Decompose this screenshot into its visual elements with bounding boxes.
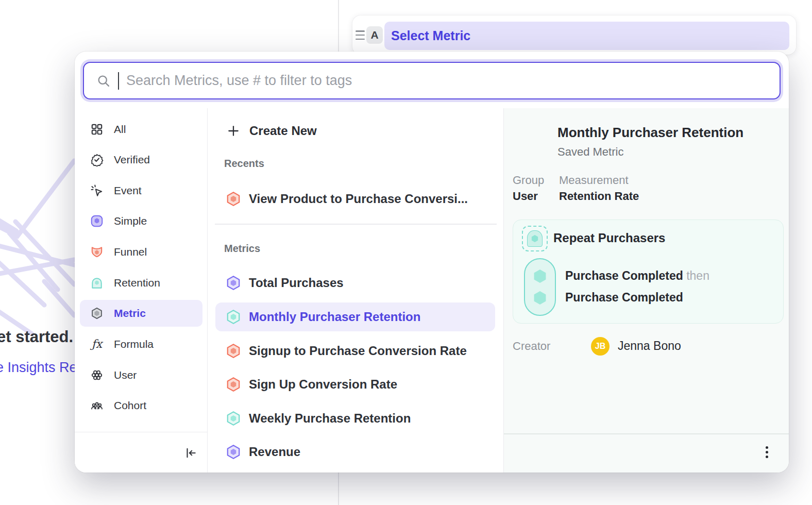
hexagon-icon [226, 276, 241, 290]
plus-icon [227, 124, 240, 138]
metric-definition-card: Repeat Purchasers Purchase Completed the… [513, 220, 784, 324]
metric-detail-type: Saved Metric [557, 145, 623, 159]
metric-list-item[interactable]: Revenue [215, 437, 495, 466]
group-label: Group [513, 174, 544, 187]
sidebar-item-formula[interactable]: ƒx Formula [80, 331, 202, 358]
metric-list-item[interactable]: Weekly Purchase Retention [215, 404, 495, 433]
cohort-people-icon [90, 399, 104, 412]
sidebar-item-retention[interactable]: Retention [80, 270, 202, 296]
dialog-body: All Verified [75, 108, 789, 473]
collapse-panel-icon[interactable] [183, 446, 198, 460]
sidebar-item-simple[interactable]: Simple [80, 208, 202, 234]
creator-label: Creator [513, 340, 550, 353]
select-metric-label: Select Metric [391, 28, 470, 43]
funnel-icon [90, 245, 104, 259]
filter-sidebar: All Verified [75, 108, 208, 473]
measurement-label: Measurement [559, 174, 629, 187]
drag-handle-icon[interactable] [355, 29, 365, 41]
sidebar-footer [75, 432, 207, 473]
sidebar-item-verified[interactable]: Verified [80, 146, 202, 173]
hexagon-icon [226, 344, 241, 358]
sidebar-item-event[interactable]: Event [80, 177, 202, 204]
text-cursor [118, 72, 119, 90]
metrics-section-label: Metrics [224, 243, 260, 255]
detail-footer-divider [504, 433, 789, 434]
metric-list-item[interactable]: Signup to Purchase Conversion Rate [215, 336, 495, 365]
creator-name: Jenna Bono [618, 339, 681, 353]
kebab-menu-icon[interactable] [759, 445, 774, 459]
user-cluster-icon [90, 368, 104, 382]
simple-metric-icon [90, 214, 104, 228]
screen: et started. e Insights Re A Select Metri… [0, 0, 812, 505]
row-label-badge: A [366, 26, 383, 44]
recents-section-label: Recents [224, 158, 264, 170]
background-get-started-text: et started. [0, 328, 73, 346]
hexagon-icon [226, 192, 241, 206]
sequence-step-2: Purchase Completed [565, 291, 683, 305]
metric-detail-panel: Monthly Purchaser Retention Saved Metric… [504, 108, 789, 473]
metric-detail-title: Monthly Purchaser Retention [557, 125, 743, 141]
create-new-button[interactable]: Create New [218, 116, 486, 145]
event-cursor-icon [90, 184, 104, 197]
hexagon-icon [226, 445, 241, 459]
grid-icon [90, 123, 104, 136]
retention-icon [90, 276, 104, 290]
creator-avatar: JB [591, 337, 610, 356]
verified-badge-icon [90, 153, 104, 166]
recent-item[interactable]: View Product to Purchase Conversi... [215, 184, 495, 213]
search-bar [83, 62, 781, 99]
hexagon-icon [226, 411, 241, 426]
definition-card-title: Repeat Purchasers [553, 231, 665, 245]
sequence-step-1: Purchase Completed then [565, 269, 709, 283]
list-divider [215, 224, 497, 225]
sidebar-item-metric[interactable]: Metric [80, 300, 202, 327]
metric-hexagon-icon [90, 307, 104, 320]
hexagon-icon [226, 310, 241, 324]
metric-picker-dialog: All Verified [75, 52, 789, 473]
sidebar-item-cohort[interactable]: Cohort [80, 392, 202, 419]
measurement-value: Retention Rate [559, 190, 639, 203]
background-chart-decoration [0, 155, 77, 350]
search-icon [96, 74, 111, 88]
formula-icon: ƒx [90, 338, 104, 351]
group-value: User [513, 190, 538, 203]
metric-list-column: Create New Recents View Product to Purch… [208, 108, 504, 473]
hexagon-icon [533, 291, 547, 305]
sidebar-item-all[interactable]: All [80, 116, 202, 143]
hexagon-icon [226, 377, 241, 392]
sidebar-item-funnel[interactable]: Funnel [80, 239, 202, 265]
sidebar-item-user[interactable]: User [80, 362, 202, 389]
metric-list-item[interactable]: Sign Up Conversion Rate [215, 370, 495, 399]
select-metric-button[interactable]: Select Metric [384, 22, 789, 50]
retention-definition-icon [522, 226, 548, 251]
search-input[interactable] [126, 73, 767, 89]
event-sequence-capsule [524, 258, 556, 316]
hexagon-icon [533, 270, 547, 283]
metric-list-item[interactable]: Total Purchases [215, 268, 495, 297]
metric-list-item-selected[interactable]: Monthly Purchaser Retention [215, 302, 495, 331]
metric-row-card: A Select Metric [352, 15, 796, 55]
sequence-connector: then [686, 269, 709, 282]
insights-report-link[interactable]: e Insights Re [0, 360, 77, 376]
